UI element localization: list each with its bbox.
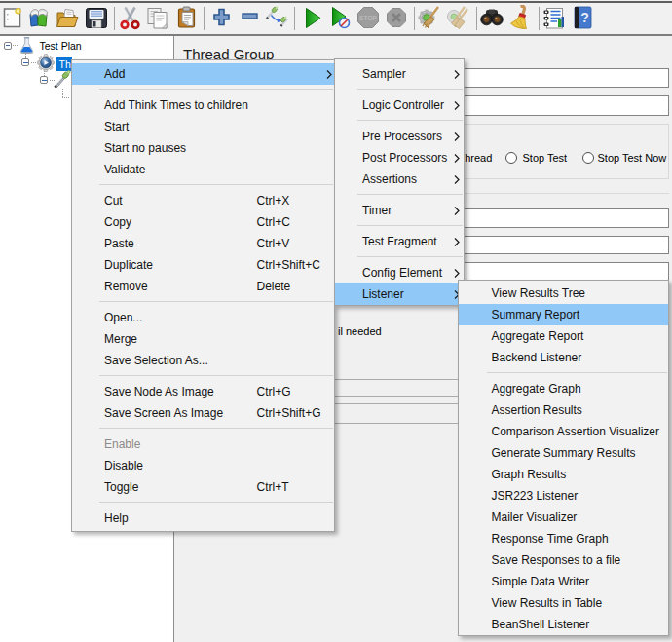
svg-text:STOP: STOP (359, 15, 377, 21)
svg-text:?: ? (580, 10, 589, 25)
